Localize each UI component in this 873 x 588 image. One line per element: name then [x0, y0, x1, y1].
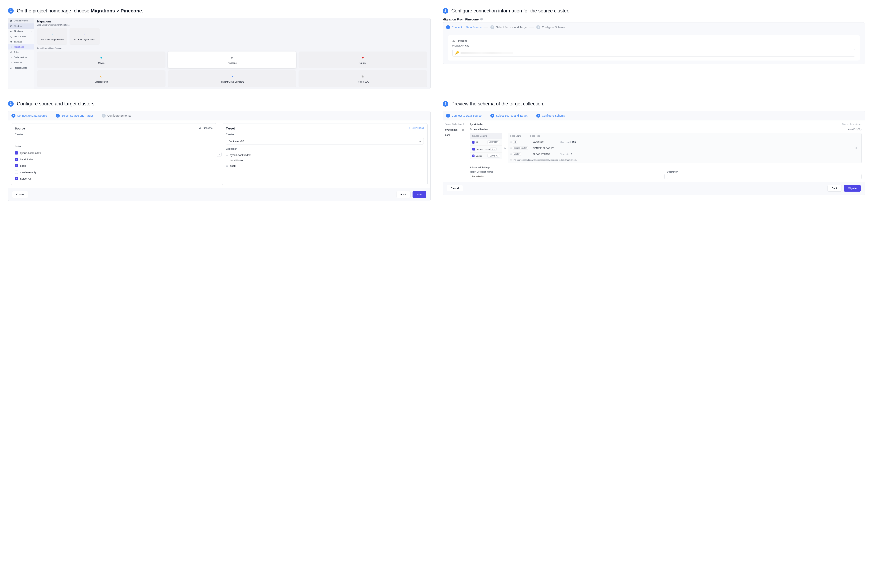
migrations-icon: ⇥	[10, 46, 13, 48]
migration-heading: Migration From Pinecone ⓘ	[443, 18, 865, 21]
tile-elasticsearch[interactable]: ◐Elasticsearch	[37, 70, 165, 87]
chevron-down-icon: ⌄	[419, 140, 421, 143]
schema-row: ∗sparse_vectorSPARSE_FLOAT_VE⊕	[508, 145, 861, 151]
arrow-icon: »	[504, 146, 506, 150]
back-button[interactable]: Back	[396, 191, 410, 198]
next-button[interactable]: Next	[413, 191, 427, 198]
step2: 2 Configure connection information for t…	[443, 8, 865, 89]
schema-row: idVARCHAR	[470, 139, 502, 146]
step4-title: Preview the schema of the target collect…	[451, 101, 544, 106]
expand-icon[interactable]: ⊕	[855, 147, 859, 149]
clusters-icon: ⬡	[10, 25, 13, 27]
sidebar-item-collaborators[interactable]: ☺Collaborators	[8, 55, 34, 60]
schema-row: vectorFLOAT_V..	[470, 152, 502, 159]
collection-icon: ▭	[226, 159, 228, 162]
checkbox[interactable]	[472, 141, 475, 144]
cluster-label: Cluster	[15, 133, 213, 136]
index-label: Index	[15, 145, 213, 148]
tile-qdrant[interactable]: ⬢Qdrant	[299, 51, 427, 68]
collection-row: ▭hybrid-book-index	[226, 152, 424, 158]
source-panel: ⁂Pinecone Source Cluster Index hybrid-bo…	[11, 123, 216, 185]
target-collection-name-input[interactable]	[470, 174, 665, 179]
checkbox[interactable]	[15, 171, 18, 174]
index-name: hybrid-book-index	[20, 152, 41, 154]
transfer-arrow-icon: »	[217, 152, 222, 157]
api-key-input[interactable]: 🔑	[452, 49, 855, 57]
index-checkbox-row[interactable]: Select All	[15, 176, 213, 182]
tcn-label: Target Collection Name	[470, 171, 665, 173]
zilliz-icon: ✦	[409, 127, 411, 129]
index-checkbox-row[interactable]: book	[15, 162, 213, 169]
wizard-steps: 1Connect to Data Source 2Select Source a…	[443, 22, 865, 32]
checkbox[interactable]	[15, 177, 18, 180]
cancel-button[interactable]: Cancel	[447, 185, 463, 191]
qdrant-icon: ⬢	[361, 56, 365, 60]
list-item[interactable]: book	[445, 132, 464, 138]
jobs-icon: ◷	[10, 51, 13, 53]
tile-postgres[interactable]: 🐘PostgreSQL	[299, 70, 427, 87]
info-icon[interactable]: ⓘ	[480, 18, 483, 21]
postgres-icon: 🐘	[361, 74, 365, 78]
alerts-icon: △	[10, 66, 13, 69]
checkbox[interactable]	[15, 151, 18, 154]
index-name: book	[20, 164, 26, 167]
list-item[interactable]: hybridindex🗑	[445, 127, 464, 132]
delete-icon[interactable]: 🗑	[462, 129, 464, 131]
checkbox[interactable]	[15, 164, 18, 167]
ws1: Connect to Data Source	[17, 114, 47, 117]
checkbox[interactable]	[472, 148, 475, 150]
migrations-main: Migrations Zilliz Cloud Cross-Cluster Mi…	[34, 18, 430, 89]
index-checkbox-row[interactable]: movies-empty	[15, 169, 213, 176]
section-label: Zilliz Cloud Cross-Cluster Migrations	[37, 24, 427, 26]
tile-tencent[interactable]: ☁Tencent Cloud VectorDB	[168, 70, 296, 87]
project-selector[interactable]: ▣ Default Project⌄	[8, 18, 34, 24]
pinecone-icon: ⁂	[199, 127, 201, 129]
ws2: Select Source and Target	[62, 114, 93, 117]
step1: 1 On the project homepage, choose Migrat…	[8, 8, 431, 89]
sidebar-item-alerts[interactable]: △Project Alerts	[8, 65, 34, 70]
target-schema: Field NameField Type ∗idVARCHARMax Lengt…	[508, 133, 862, 164]
tile-milvus[interactable]: ◉Milvus	[37, 51, 165, 68]
sidebar-item-pipelines[interactable]: ⊶Pipelines⌄	[8, 28, 34, 34]
advanced-settings-toggle[interactable]: Advanced Settings ⌄	[470, 166, 862, 169]
tile-other-org[interactable]: ✦In Other Organization	[69, 28, 100, 45]
schema-preview-label: Schema Preview	[470, 128, 488, 131]
ws3: Configure Schema	[542, 114, 565, 117]
schema-row: ∗vectorFLOAT_VECTORDimension 8	[508, 151, 861, 157]
ws1: Connect to Data Source	[452, 114, 482, 117]
sidebar-item-api[interactable]: ›_API Console	[8, 34, 34, 39]
autoid-toggle[interactable]: Off	[856, 128, 862, 131]
sidebar-item-backups[interactable]: ⛃Backups	[8, 39, 34, 44]
back-button[interactable]: Back	[828, 185, 842, 192]
index-checkbox-row[interactable]: hybridindex	[15, 156, 213, 162]
step2-badge: 2	[443, 8, 448, 14]
key-icon: 🔑	[455, 51, 459, 55]
tile-pinecone[interactable]: ⁂Pinecone	[168, 51, 296, 68]
desc-label: Description	[667, 171, 862, 173]
description-input[interactable]	[667, 174, 862, 179]
sidebar-item-clusters[interactable]: ⬡Clusters	[8, 24, 34, 28]
cancel-button[interactable]: Cancel	[12, 191, 28, 198]
tile-current-org[interactable]: ✦In Current Organization	[37, 28, 67, 45]
checkbox[interactable]	[15, 158, 18, 161]
source-label: Source: hybridindex	[842, 123, 862, 126]
sidebar-item-migrations[interactable]: ⇥Migrations	[8, 44, 34, 50]
index-name: movies-empty	[20, 171, 36, 174]
elastic-icon: ◐	[99, 74, 104, 78]
step1-title: On the project homepage, choose Migratio…	[17, 8, 143, 14]
cluster-select[interactable]: Dedicated-02 ⌄	[226, 138, 424, 144]
sidebar-item-jobs[interactable]: ◷Jobs	[8, 50, 34, 55]
collection-row: ▭hybridindex	[226, 158, 424, 163]
migrate-button[interactable]: Migrate	[844, 185, 861, 192]
pinecone-icon: ⁂	[452, 39, 455, 42]
sidebar-item-network[interactable]: ↔Network⌄	[8, 60, 34, 65]
collection-label: Collection	[226, 147, 424, 150]
checkbox[interactable]	[472, 154, 475, 158]
collection-row: ▭book	[226, 163, 424, 168]
star-icon: ✦	[83, 32, 87, 36]
collab-icon: ☺	[10, 56, 13, 58]
target-brand: ✦Zilliz Cloud	[409, 127, 424, 129]
pipelines-icon: ⊶	[10, 30, 13, 33]
index-checkbox-row[interactable]: hybrid-book-index	[15, 150, 213, 156]
schema-note: ⓘ The source metadata will be automatica…	[508, 157, 861, 163]
